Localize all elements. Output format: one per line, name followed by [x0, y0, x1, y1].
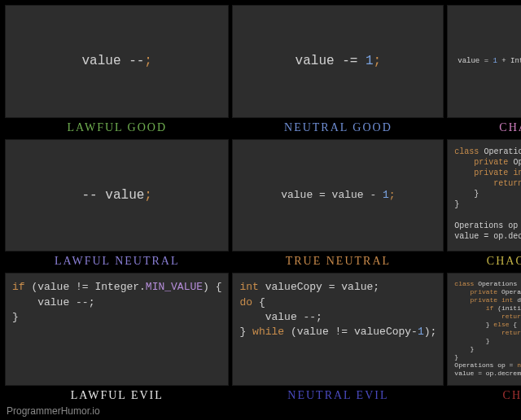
- cell-chaotic-evil: class Operations { private Operations() …: [447, 273, 521, 404]
- caption-chaotic-good: CHAOTIC GOOD: [447, 118, 521, 136]
- cell-chaotic-neutral: class Operations { private Operations() …: [447, 139, 521, 270]
- code-block: int valueCopy = value; do { value --; } …: [239, 280, 436, 339]
- cell-chaotic-good: value = 1 + Integer.getInteger(value + "…: [447, 5, 521, 136]
- watermark: ProgrammerHumor.io: [7, 405, 100, 417]
- cell-neutral-evil: int valueCopy = value; do { value --; } …: [232, 273, 444, 404]
- caption-lawful-evil: LAWFUL EVIL: [5, 386, 229, 404]
- cell-lawful-good: value --; LAWFUL GOOD: [5, 5, 229, 136]
- caption-true-neutral: TRUE NEUTRAL: [232, 252, 444, 269]
- caption-neutral-evil: NEUTRAL EVIL: [232, 386, 444, 404]
- cell-lawful-neutral: -- value; LAWFUL NEUTRAL: [5, 139, 229, 270]
- code-block: value -= 1;: [296, 52, 382, 70]
- code-panel: if (value != Integer.MIN_VALUE) { value …: [5, 273, 229, 386]
- caption-lawful-good: LAWFUL GOOD: [5, 118, 229, 136]
- code-panel: -- value;: [5, 139, 229, 252]
- caption-chaotic-evil: CHAOTIC EVIL: [447, 386, 521, 404]
- cell-neutral-good: value -= 1; NEUTRAL GOOD: [232, 5, 444, 136]
- code-block: value --;: [82, 52, 152, 70]
- code-panel: value -= 1;: [232, 5, 444, 118]
- caption-chaotic-neutral: CHAOTIC NEUTRAL: [447, 252, 521, 269]
- code-panel: class Operations { private Operations() …: [447, 139, 521, 252]
- code-panel: value = 1 + Integer.getInteger(value + "…: [447, 5, 521, 118]
- code-block: class Operations { private Operations() …: [454, 280, 521, 378]
- code-block: value = 1 + Integer.getInteger(value + "…: [458, 56, 521, 67]
- code-panel: value = value - 1;: [232, 139, 444, 252]
- cell-lawful-evil: if (value != Integer.MIN_VALUE) { value …: [5, 273, 229, 404]
- code-block: if (value != Integer.MIN_VALUE) { value …: [12, 280, 221, 325]
- alignment-grid: value --; LAWFUL GOOD value -= 1; NEUTRA…: [0, 0, 521, 420]
- code-block: -- value;: [82, 186, 152, 204]
- caption-neutral-good: NEUTRAL GOOD: [232, 118, 444, 136]
- code-block: class Operations { private Operations() …: [454, 147, 521, 242]
- code-block: value = value - 1;: [281, 188, 395, 203]
- code-panel: int valueCopy = value; do { value --; } …: [232, 273, 444, 386]
- code-panel: value --;: [5, 5, 229, 118]
- code-panel: class Operations { private Operations() …: [447, 273, 521, 386]
- cell-true-neutral: value = value - 1; TRUE NEUTRAL: [232, 139, 444, 270]
- caption-lawful-neutral: LAWFUL NEUTRAL: [5, 252, 229, 269]
